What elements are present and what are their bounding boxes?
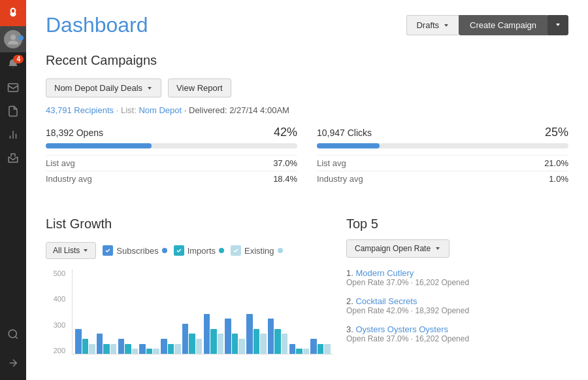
top5-meta: Open Rate 37.0% · 16,202 Opened [346,278,568,287]
chart-bar-imp [168,344,174,354]
top5-section: Top 5 Campaign Open Rate 1. Modern Cutle… [346,216,568,354]
chart-bar-exi [238,339,245,354]
chart-bar-exi [132,349,139,354]
opens-industry-avg-row: Industry avg 18.4% [46,171,297,186]
chart-bar-group [139,269,159,354]
top5-name[interactable]: Oysters Oysters Oysters [355,324,448,334]
chart-bar-group [118,269,139,354]
campaign-open-rate-button[interactable]: Campaign Open Rate [346,239,449,258]
recipients-info: 43,791 Recipients · List: Nom Depot · De… [46,105,568,115]
create-campaign-group: Create Campaign [459,15,568,35]
top5-items: 1. Modern Cutlery Open Rate 37.0% · 16,2… [346,268,568,343]
list-growth-title: List Growth [46,216,333,232]
clicks-industry-avg-row: Industry avg 1.0% [317,171,568,186]
chart-bar-group [161,269,181,354]
top5-rank: 3. Oysters Oysters Oysters [346,324,568,334]
chart-bar-exi [260,334,267,354]
main-content: Dashboard Drafts Create Campaign Recent … [26,0,588,380]
svg-point-1 [12,9,14,13]
y-label-200: 200 [46,347,65,354]
chart-bar-exi [324,344,331,354]
y-label-400: 400 [46,295,65,303]
top5-item: 3. Oysters Oysters Oysters Open Rate 37.… [346,324,568,343]
top5-meta: Open Rate 37.0% · 16,202 Opened [346,334,568,343]
sidebar-icon-mail[interactable] [0,76,26,99]
top5-rank: 1. Modern Cutlery [346,268,568,278]
clicks-bar-fill [317,143,380,148]
opens-list-avg-val: 37.0% [273,158,297,168]
top5-item: 2. Cocktail Secrets Open Rate 42.0% · 18… [346,296,568,315]
sidebar-icon-document[interactable] [0,99,26,123]
chart-bar-group [310,269,331,354]
top5-meta: Open Rate 42.0% · 18,392 Opened [346,306,568,315]
notifications-badge[interactable]: 4 [0,52,26,76]
opens-list-avg-row: List avg 37.0% [46,155,297,171]
badge-count: 4 [13,55,24,63]
chart-bar-exi [174,344,181,354]
chart-bar-sub [225,319,231,354]
chart-area [72,269,333,354]
chart-bar-imp [125,344,131,354]
filter-subscribes: Subscribes [103,245,167,256]
create-campaign-dropdown[interactable] [547,15,568,35]
clicks-pct: 25% [545,126,568,139]
chart-bar-imp [296,349,302,354]
opens-pct: 42% [274,126,297,139]
top5-name[interactable]: Modern Cutlery [355,268,414,278]
opens-bar-fill [46,143,152,148]
top5-name[interactable]: Cocktail Secrets [355,296,417,306]
top5-title: Top 5 [346,216,568,232]
all-lists-button[interactable]: All Lists [46,242,96,259]
sidebar-logo[interactable] [0,0,26,26]
filter-bar: All Lists Subscribes Imports [46,242,333,259]
chart-bar-imp [103,344,110,354]
user-avatar-container[interactable] [0,26,26,52]
sidebar-icon-inbox[interactable] [0,147,26,170]
campaign-select-button[interactable]: Nom Depot Daily Deals [46,78,161,97]
chart-bar-sub [118,339,125,354]
chart-bar-exi [218,334,224,354]
header-actions: Drafts Create Campaign [406,15,568,35]
chart-bar-exi [110,344,117,354]
existing-dot [278,248,283,253]
clicks-label: 10,947 Clicks [317,128,372,138]
svg-rect-3 [8,84,18,92]
opens-list-avg-label: List avg [46,158,75,168]
clicks-stat-block: 10,947 Clicks 25% List avg 21.0% Industr… [317,126,568,197]
y-label-500: 500 [46,269,65,277]
top5-item: 1. Modern Cutlery Open Rate 37.0% · 16,2… [346,268,568,287]
view-report-button[interactable]: View Report [168,78,231,97]
sidebar-icon-chart[interactable] [0,123,26,147]
sidebar-icon-search[interactable] [0,322,26,346]
opens-industry-avg-val: 18.4% [273,174,297,184]
sidebar-icon-arrow[interactable] [0,351,26,375]
chart-bar-imp [146,349,153,354]
opens-bar-bg [46,143,297,148]
opens-stat-header: 18,392 Opens 42% [46,126,297,139]
svg-point-7 [8,330,16,337]
chart-bar-group [246,269,267,354]
chart-bar-group [97,269,117,354]
opens-stat-block: 18,392 Opens 42% List avg 37.0% Industry… [46,126,297,197]
chart-bar-group [268,269,288,354]
clicks-bar-bg [317,143,568,148]
avatar-status-dot [18,35,24,41]
opens-label: 18,392 Opens [46,128,103,138]
clicks-list-avg-label: List avg [317,158,346,168]
clicks-list-avg-row: List avg 21.0% [317,155,568,171]
y-label-300: 300 [46,321,65,329]
existing-checkbox[interactable] [231,245,241,256]
chart-bar-sub [161,339,167,354]
chart-bar-imp [274,329,281,354]
create-campaign-button[interactable]: Create Campaign [459,15,547,35]
clicks-list-avg-val: 21.0% [544,158,568,168]
opens-industry-avg-label: Industry avg [46,174,92,184]
drafts-button[interactable]: Drafts [406,15,459,35]
imports-checkbox[interactable] [174,245,184,256]
list-growth-section: List Growth All Lists Subscribes [46,216,333,354]
subscribes-checkbox[interactable] [103,245,113,256]
clicks-industry-avg-label: Industry avg [317,174,363,184]
chart-bar-sub [246,314,253,354]
svg-line-8 [15,336,17,338]
chart-bar-sub [289,344,296,354]
